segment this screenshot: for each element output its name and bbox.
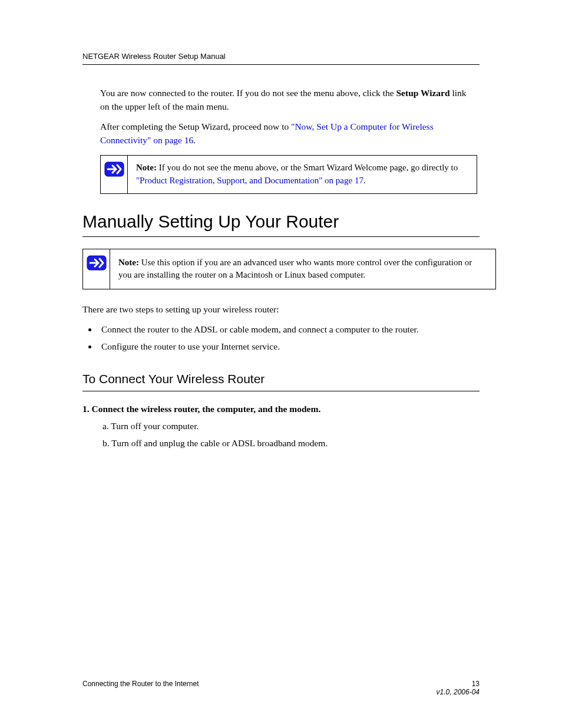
step-1a: a. Turn off your computer. xyxy=(103,419,480,433)
footer-right: 13 v1.0, 2006-04 xyxy=(437,680,480,696)
page-container: NETGEAR Wireless Router Setup Manual You… xyxy=(0,0,562,489)
step-1b: b. Turn off and unplug the cable or ADSL… xyxy=(103,436,480,450)
note-box-2: Note: Use this option if you are an adva… xyxy=(82,249,496,290)
intro-paragraph-1: You are now connected to the router. If … xyxy=(100,86,477,114)
subsection-heading-connect: To Connect Your Wireless Router xyxy=(82,372,480,386)
footer-left: Connecting the Router to the Internet xyxy=(82,680,199,696)
arrow-right-icon xyxy=(87,255,107,271)
note-text-2: Note: Use this option if you are an adva… xyxy=(110,249,495,289)
setup-steps-list: Connect the router to the ADSL or cable … xyxy=(98,322,480,354)
setup-wizard-label: Setup Wizard xyxy=(396,88,449,98)
list-item: Configure the router to use your Interne… xyxy=(98,339,480,354)
intro-text: You are now connected to the router. If … xyxy=(100,88,396,98)
section-rule xyxy=(82,236,480,237)
note-box-1: Note: If you do not see the menu above, … xyxy=(100,155,477,194)
note-text-1: Note: If you do not see the menu above, … xyxy=(128,156,477,193)
subsection-rule xyxy=(82,391,480,391)
page-footer: Connecting the Router to the Internet 13… xyxy=(82,680,480,696)
header-rule xyxy=(82,64,480,65)
page-number: 13 xyxy=(472,680,480,688)
note-icon-cell xyxy=(101,156,128,193)
step-1: 1. Connect the wireless router, the comp… xyxy=(82,402,480,416)
note2-body: Use this option if you are an advanced u… xyxy=(118,258,472,280)
note1-suffix: . xyxy=(363,176,366,185)
note-icon-cell-2 xyxy=(83,249,110,289)
step-1-text: 1. Connect the wireless router, the comp… xyxy=(82,404,320,414)
page-header: NETGEAR Wireless Router Setup Manual xyxy=(82,52,480,61)
note-label-2: Note: xyxy=(118,258,139,267)
intro2-suffix: . xyxy=(193,135,196,145)
section-heading-manual-setup: Manually Setting Up Your Router xyxy=(82,212,480,232)
intro-paragraph-2: After completing the Setup Wizard, proce… xyxy=(100,120,477,147)
registration-link[interactable]: "Product Registration, Support, and Docu… xyxy=(136,176,363,185)
body-intro: There are two steps to setting up your w… xyxy=(82,302,480,316)
header-left: NETGEAR Wireless Router Setup Manual xyxy=(82,52,226,61)
note-label: Note: xyxy=(136,163,157,172)
intro2-prefix: After completing the Setup Wizard, proce… xyxy=(100,121,291,131)
arrow-right-icon xyxy=(104,162,124,177)
list-item: Connect the router to the ADSL or cable … xyxy=(98,322,480,337)
intro-block: You are now connected to the router. If … xyxy=(100,86,477,147)
footer-version: v1.0, 2006-04 xyxy=(437,688,480,696)
note1-body: If you do not see the menu above, or the… xyxy=(157,163,458,172)
